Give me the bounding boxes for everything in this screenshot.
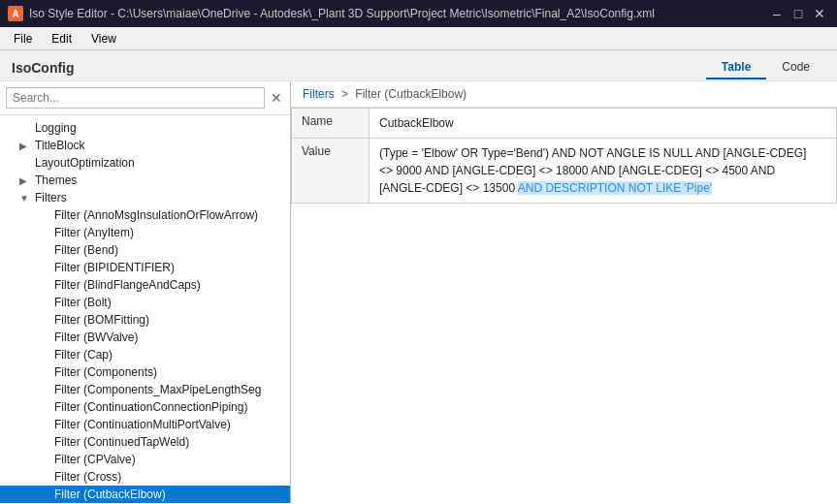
tree-item-label: Filter (ContinuationConnectionPiping) bbox=[54, 400, 247, 414]
value-row: Value (Type = 'Elbow' OR Type='Bend') AN… bbox=[292, 139, 837, 204]
tree-item[interactable]: Filter (BOMFitting) bbox=[0, 311, 290, 329]
name-value[interactable]: CutbackElbow bbox=[370, 109, 837, 139]
menu-edit[interactable]: Edit bbox=[42, 30, 81, 47]
tree-arrow-icon: ▼ bbox=[19, 193, 31, 204]
tree-item-label: Themes bbox=[35, 173, 77, 187]
tree-item[interactable]: Filter (ContinuationConnectionPiping) bbox=[0, 398, 290, 416]
breadcrumb: Filters > Filter (CutbackElbow) bbox=[291, 81, 837, 108]
tree-item-label: Filter (BWValve) bbox=[54, 331, 138, 344]
tab-code[interactable]: Code bbox=[766, 56, 825, 79]
minimize-button[interactable]: – bbox=[767, 4, 787, 23]
title-bar-text: Iso Style Editor - C:\Users\maiae\OneDri… bbox=[29, 7, 655, 20]
tree-item[interactable]: Filter (AnyItem) bbox=[0, 224, 290, 241]
tab-table[interactable]: Table bbox=[706, 56, 766, 79]
tree-item-label: Filter (CPValve) bbox=[54, 453, 136, 466]
property-table: Name CutbackElbow Value (Type = 'Elbow' … bbox=[291, 108, 837, 204]
name-label: Name bbox=[292, 109, 370, 139]
breadcrumb-separator: > bbox=[341, 87, 351, 101]
right-panel: Filters > Filter (CutbackElbow) Name Cut… bbox=[291, 81, 837, 504]
app-header: IsoConfig Table Code bbox=[0, 50, 837, 81]
tree-item[interactable]: Filter (ContinuedTapWeld) bbox=[0, 433, 290, 451]
tree-item-label: Logging bbox=[35, 121, 77, 135]
tree-item-label: Filter (Components) bbox=[54, 365, 157, 379]
tree-item[interactable]: Filter (Components_MaxPipeLengthSeg bbox=[0, 381, 290, 398]
app-title: IsoConfig bbox=[12, 60, 75, 76]
view-tabs: Table Code bbox=[706, 56, 825, 79]
tree-item[interactable]: Filter (Cross) bbox=[0, 468, 290, 486]
tree-item[interactable]: Filter (BWValve) bbox=[0, 329, 290, 346]
menu-bar: File Edit View bbox=[0, 27, 837, 50]
close-button[interactable]: ✕ bbox=[810, 4, 829, 23]
tree-item-label: Filter (Bolt) bbox=[54, 296, 112, 309]
tree-item-label: LayoutOptimization bbox=[35, 156, 135, 170]
search-input[interactable] bbox=[6, 87, 265, 109]
menu-file[interactable]: File bbox=[4, 30, 42, 47]
tree-item[interactable]: Filter (Bend) bbox=[0, 241, 290, 259]
tree-item-label: Filter (Components_MaxPipeLengthSeg bbox=[54, 383, 261, 396]
breadcrumb-current: Filter (CutbackElbow) bbox=[355, 87, 467, 101]
value-text-1: (Type = 'Elbow' OR Type='Bend') AND NOT … bbox=[379, 146, 806, 160]
title-bar: A Iso Style Editor - C:\Users\maiae\OneD… bbox=[0, 0, 837, 27]
value-label: Value bbox=[292, 139, 370, 204]
tree-item[interactable]: Filter (ContinuationMultiPortValve) bbox=[0, 416, 290, 433]
tree-item[interactable]: Filter (Cap) bbox=[0, 346, 290, 363]
tree-item-label: Filter (CutbackElbow) bbox=[54, 488, 166, 501]
tree-item[interactable]: Filter (CPValve) bbox=[0, 451, 290, 468]
app-icon: A bbox=[8, 6, 23, 21]
tree-item-label: Filter (AnyItem) bbox=[54, 226, 134, 239]
maximize-button[interactable]: □ bbox=[789, 4, 808, 23]
tree-item-label: Filter (Cap) bbox=[54, 348, 113, 362]
value-text-3-highlight: AND DESCRIPTION NOT LIKE 'Pipe' bbox=[518, 181, 712, 195]
left-panel: ✕ Logging▶TitleBlockLayoutOptimization▶T… bbox=[0, 81, 291, 504]
tree-item-label: Filter (BIPIDENTIFIER) bbox=[54, 261, 175, 274]
value-text-3-prefix: [ANGLE-CDEG] <> 13500 bbox=[379, 181, 518, 195]
tree-item-label: TitleBlock bbox=[35, 139, 85, 152]
tree-item[interactable]: Filter (BIPIDENTIFIER) bbox=[0, 259, 290, 276]
tree-item[interactable]: Filter (Components) bbox=[0, 363, 290, 381]
tree-item-label: Filter (Cross) bbox=[54, 470, 121, 484]
tree-item-label: Filter (ContinuedTapWeld) bbox=[54, 435, 189, 449]
tree-item-label: Filter (BlindFlangeAndCaps) bbox=[54, 278, 201, 292]
tree-item-label: Filter (Bend) bbox=[54, 243, 118, 257]
tree-item[interactable]: Filter (Bolt) bbox=[0, 294, 290, 311]
tree-item-label: Filter (AnnoMsgInsulationOrFlowArrow) bbox=[54, 208, 258, 222]
name-row: Name CutbackElbow bbox=[292, 109, 837, 139]
search-clear-icon[interactable]: ✕ bbox=[269, 90, 284, 106]
value-content[interactable]: (Type = 'Elbow' OR Type='Bend') AND NOT … bbox=[370, 139, 837, 204]
tree-item[interactable]: ▼Filters bbox=[0, 189, 290, 206]
tree-item[interactable]: Filter (AnnoMsgInsulationOrFlowArrow) bbox=[0, 206, 290, 224]
tree-item[interactable]: Filter (CutbackElbow) bbox=[0, 486, 290, 503]
tree-item[interactable]: Logging bbox=[0, 119, 290, 137]
tree: Logging▶TitleBlockLayoutOptimization▶The… bbox=[0, 115, 290, 504]
breadcrumb-parent[interactable]: Filters bbox=[303, 87, 335, 101]
search-box: ✕ bbox=[0, 81, 290, 115]
main-layout: ✕ Logging▶TitleBlockLayoutOptimization▶T… bbox=[0, 81, 837, 504]
tree-item-label: Filter (ContinuationMultiPortValve) bbox=[54, 418, 231, 431]
tree-arrow-icon: ▶ bbox=[19, 175, 31, 186]
tree-item[interactable]: ▶Themes bbox=[0, 172, 290, 189]
tree-item[interactable]: ▶TitleBlock bbox=[0, 137, 290, 154]
value-text-2: <> 9000 AND [ANGLE-CDEG] <> 18000 AND [A… bbox=[379, 164, 775, 177]
tree-arrow-icon: ▶ bbox=[19, 141, 31, 151]
menu-view[interactable]: View bbox=[81, 30, 126, 47]
tree-item-label: Filters bbox=[35, 191, 67, 205]
window-controls: – □ ✕ bbox=[767, 4, 829, 23]
tree-item[interactable]: Filter (BlindFlangeAndCaps) bbox=[0, 276, 290, 294]
tree-item-label: Filter (BOMFitting) bbox=[54, 313, 149, 327]
tree-item[interactable]: LayoutOptimization bbox=[0, 154, 290, 172]
